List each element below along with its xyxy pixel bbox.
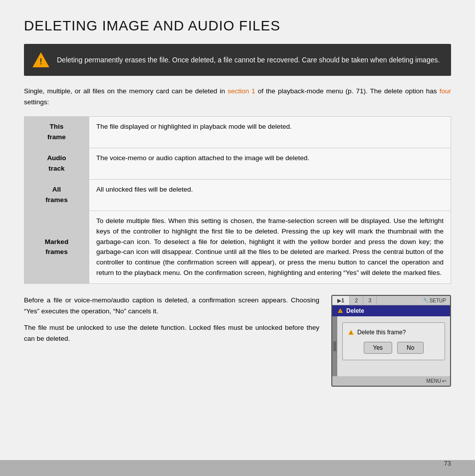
table-label-2: Allframes [24,179,89,211]
camera-delete-bar: ! Delete [332,305,450,316]
bottom-gray-bar [0,460,475,476]
table-label-3: Markedframes [24,211,89,284]
table-row-2: AllframesAll unlocked files will be dele… [24,179,451,211]
table-content-2: All unlocked files will be deleted. [89,179,451,211]
camera-left-bar [332,316,337,376]
table-row-1: AudiotrackThe voice-memo or audio captio… [24,148,451,180]
table-content-1: The voice-memo or audio caption attached… [89,148,451,180]
camera-screen: ▶1 2 3 🔧 SETUP ! Delete [331,295,451,387]
svg-text:!: ! [340,310,341,313]
svg-text:!: ! [350,331,351,335]
table-row-3: MarkedframesTo delete multiple files. Wh… [24,211,451,284]
table-label-0: Thisframe [24,117,89,148]
intro-highlight-four: four [440,87,451,95]
warning-box: ! Deleting permanently erases the file. … [24,44,451,76]
page-title: DELETING IMAGE AND AUDIO FILES [24,18,451,34]
camera-tab-1: ▶1 [332,296,350,305]
camera-dialog: ! Delete this frame? Yes No [342,322,445,360]
camera-tab-2: 2 [350,296,363,305]
warning-text: Deleting permanently erases the file. On… [57,55,440,65]
delete-bar-label: Delete [346,307,364,314]
dialog-warning-icon: ! [348,329,354,336]
table-content-0: The file displayed or highlighted in pla… [89,117,451,148]
camera-footer: MENU ↩ [332,376,450,386]
bottom-paragraph-2: The file must be unlocked to use the del… [24,322,319,344]
warning-icon: ! [32,51,50,69]
settings-table: ThisframeThe file displayed or highlight… [24,116,451,284]
intro-paragraph: Single, multiple, or all files on the me… [24,86,451,107]
camera-tab-3: 3 [363,296,377,305]
intro-highlight-section: section 1 [228,87,255,95]
camera-body: ! Delete this frame? Yes No [337,316,450,376]
camera-dialog-buttons: Yes No [348,342,440,354]
camera-dialog-title: ! Delete this frame? [348,329,440,336]
bottom-paragraph-1: Before a file or voice-memo/audio captio… [24,295,319,316]
bottom-text: Before a file or voice-memo/audio captio… [24,295,319,350]
page: DELETING IMAGE AND AUDIO FILES ! Deletin… [0,0,475,476]
menu-arrow-icon: ↩ [442,378,446,384]
bottom-section: Before a file or voice-memo/audio captio… [24,295,451,387]
camera-setup-tab: 🔧 SETUP [419,296,450,305]
intro-text-after: settings: [24,98,49,106]
dialog-title-text: Delete this frame? [357,329,406,336]
camera-body-wrapper: ! Delete this frame? Yes No [332,316,450,376]
page-number: 73 [444,460,451,467]
svg-text:!: ! [39,57,42,66]
intro-text-before: Single, multiple, or all files on the me… [24,87,225,95]
camera-tab-bar: ▶1 2 3 🔧 SETUP [332,296,450,305]
table-content-3: To delete multiple files. When this sett… [89,211,451,284]
delete-warning-icon: ! [337,308,343,314]
no-button[interactable]: No [397,342,424,354]
menu-label: MENU [427,378,441,384]
intro-text-middle: of the playback-mode menu (p. 71). The d… [258,87,437,95]
table-row-0: ThisframeThe file displayed or highlight… [24,117,451,148]
yes-button[interactable]: Yes [364,342,393,354]
table-label-1: Audiotrack [24,148,89,180]
